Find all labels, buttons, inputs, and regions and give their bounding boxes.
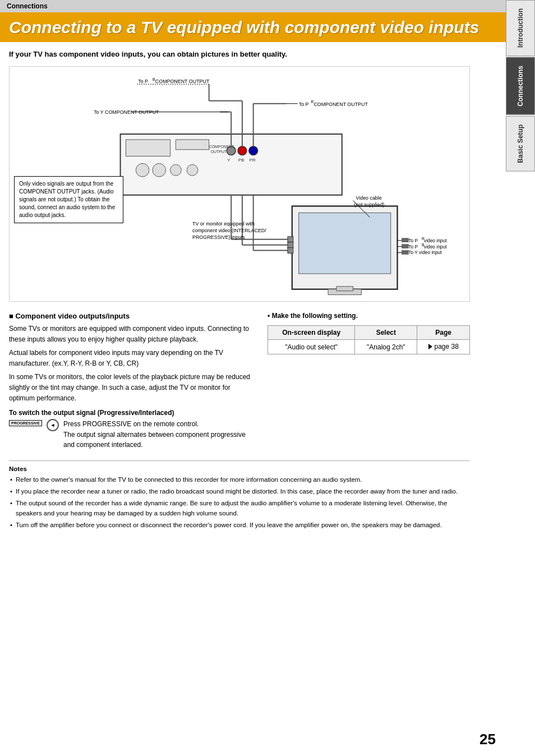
progressive-icon [47, 419, 59, 431]
callout-box: Only video signals are output from the C… [14, 176, 123, 223]
note-item-1: If you place the recorder near a tuner o… [16, 487, 470, 496]
table-header-page: Page [417, 326, 470, 340]
svg-rect-43 [288, 242, 293, 248]
svg-text:TV or monitor equipped with: TV or monitor equipped with [192, 221, 255, 227]
sidebar-tab-connections[interactable]: Connections [506, 57, 535, 115]
make-setting: • Make the following setting. [268, 312, 470, 320]
note-item-0: Refer to the owner's manual for the TV t… [16, 475, 470, 485]
svg-text:To Y video input: To Y video input [408, 250, 442, 255]
note-item-3: Turn off the amplifier before you connec… [16, 520, 470, 530]
svg-rect-42 [288, 237, 293, 242]
svg-text:video input: video input [424, 244, 447, 250]
two-col-section: Component video outputs/inputs Some TVs … [9, 312, 470, 450]
svg-point-6 [187, 164, 198, 176]
table-header-display: On-screen display [268, 326, 355, 340]
diagram-area: COMPONENT OUTPUT Y PB PR [9, 66, 470, 302]
svg-text:PROGRESSIVE) inputs: PROGRESSIVE) inputs [192, 234, 245, 240]
table-row: "Audio out select" "Analog 2ch" page 38 [268, 340, 470, 354]
svg-text:video input: video input [424, 238, 447, 243]
body-text-3: In some TVs or monitors, the color level… [9, 372, 256, 403]
page-ref-arrow-icon [428, 344, 432, 349]
progressive-text: Press PROGRESSIVE on the remote control.… [63, 419, 256, 450]
svg-rect-59 [402, 245, 408, 248]
svg-point-3 [136, 163, 149, 177]
svg-text:Y: Y [227, 158, 230, 163]
sidebar-tab-basic-setup[interactable]: Basic Setup [506, 116, 535, 172]
svg-rect-1 [126, 140, 170, 156]
content-wrapper: If your TV has component video inputs, y… [0, 42, 535, 540]
sidebar-tab-intro[interactable]: Introduction [506, 0, 535, 56]
right-sidebar: Introduction Connections Basic Setup [506, 0, 535, 756]
info-table: On-screen display Select Page "Audio out… [268, 325, 470, 354]
svg-rect-60 [402, 251, 408, 255]
progressive-row: PROGRESSIVE Press PROGRESSIVE on the rem… [9, 419, 256, 450]
subsection-heading: To switch the output signal (Progressive… [9, 409, 256, 417]
table-cell-select: "Analog 2ch" [355, 340, 417, 354]
body-text-1: Some TVs or monitors are equipped with c… [9, 324, 256, 344]
page-wrapper: Connections Connecting to a TV equipped … [0, 0, 535, 756]
title-banner: Connecting to a TV equipped with compone… [0, 12, 535, 42]
svg-text:Video cable: Video cable [356, 195, 381, 201]
svg-text:To P: To P [138, 79, 148, 84]
svg-rect-35 [336, 287, 353, 291]
svg-rect-33 [299, 213, 391, 274]
svg-point-4 [153, 163, 166, 177]
svg-text:component video (INTERLACED/: component video (INTERLACED/ [192, 228, 266, 233]
svg-text:OUTPUT: OUTPUT [211, 150, 227, 154]
svg-rect-58 [402, 238, 408, 242]
svg-text:PR: PR [250, 158, 256, 163]
table-cell-page: page 38 [417, 340, 470, 354]
body-text-2: Actual labels for component video inputs… [9, 348, 256, 368]
progressive-badge: PROGRESSIVE [9, 420, 42, 426]
page-number: 25 [479, 731, 496, 748]
svg-point-8 [238, 146, 247, 155]
svg-text:COMPONENT OUTPUT: COMPONENT OUTPUT [155, 79, 210, 84]
main-content: If your TV has component video inputs, y… [0, 42, 504, 540]
table-cell-display: "Audio out select" [268, 340, 355, 354]
svg-rect-44 [288, 248, 293, 253]
page-title: Connecting to a TV equipped with compone… [9, 18, 526, 36]
svg-text:To P: To P [299, 102, 309, 107]
table-header-select: Select [355, 326, 417, 340]
svg-text:To P: To P [408, 238, 418, 243]
notes-section: Notes Refer to the owner's manual for th… [9, 460, 470, 530]
svg-text:(not supplied): (not supplied) [354, 202, 385, 208]
subtitle: If your TV has component video inputs, y… [9, 50, 470, 58]
section-heading: Component video outputs/inputs [9, 312, 256, 320]
col-right: • Make the following setting. On-screen … [268, 312, 470, 450]
svg-point-9 [249, 146, 258, 155]
notes-heading: Notes [9, 465, 470, 472]
col-left: Component video outputs/inputs Some TVs … [9, 312, 256, 450]
svg-text:To Y COMPONENT OUTPUT: To Y COMPONENT OUTPUT [94, 109, 159, 115]
svg-point-5 [170, 164, 182, 176]
svg-rect-2 [176, 140, 209, 150]
note-item-2: The output sound of the recorder has a w… [16, 499, 470, 518]
table-header-row: On-screen display Select Page [268, 326, 470, 340]
svg-text:PB: PB [238, 158, 245, 163]
page-ref: page 38 [428, 343, 459, 351]
breadcrumb: Connections [0, 0, 535, 12]
svg-text:To P: To P [408, 244, 418, 250]
svg-text:COMPONENT OUTPUT: COMPONENT OUTPUT [313, 102, 368, 107]
